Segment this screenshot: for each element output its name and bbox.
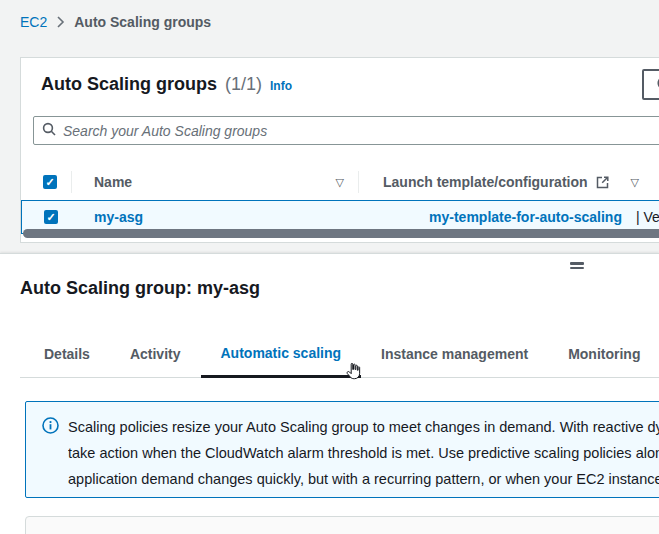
- select-all-checkbox[interactable]: ✓: [43, 175, 57, 189]
- column-header-name: Name: [94, 174, 132, 190]
- tab-bar: Details Activity Automatic scaling Insta…: [20, 330, 659, 378]
- asg-name-link[interactable]: my-asg: [94, 209, 143, 225]
- list-card-header: Auto Scaling groups (1/1) Info: [21, 58, 659, 106]
- tab-monitoring[interactable]: Monitoring: [548, 330, 659, 377]
- info-link[interactable]: Info: [270, 79, 292, 93]
- sort-icon[interactable]: ▽: [336, 176, 344, 189]
- search-box: [33, 116, 659, 145]
- info-icon: [42, 417, 59, 438]
- breadcrumb: EC2 Auto Scaling groups: [20, 14, 211, 30]
- breadcrumb-chevron-icon: [56, 16, 65, 28]
- banner-text-line: Scaling policies resize your Auto Scalin…: [68, 414, 659, 440]
- tab-instance-management[interactable]: Instance management: [361, 330, 548, 377]
- launch-template-link[interactable]: my-template-for-auto-scaling: [429, 209, 622, 225]
- result-count: (1/1): [225, 74, 262, 95]
- tab-activity[interactable]: Activity: [110, 330, 201, 377]
- search-input[interactable]: [63, 123, 659, 139]
- page-title: Auto Scaling groups: [41, 74, 217, 95]
- search-icon: [42, 122, 56, 140]
- refresh-button[interactable]: [642, 69, 659, 100]
- column-header-launch-template: Launch template/configuration: [383, 174, 588, 190]
- tab-automatic-scaling[interactable]: Automatic scaling: [201, 330, 362, 378]
- asg-list-card: Auto Scaling groups (1/1) Info ✓: [20, 57, 659, 243]
- detail-panel-title: Auto Scaling group: my-asg: [20, 278, 260, 299]
- tab-details[interactable]: Details: [20, 330, 110, 377]
- detail-panel: Auto Scaling group: my-asg Details Activ…: [0, 253, 659, 534]
- row-checkbox[interactable]: ✓: [44, 210, 58, 224]
- banner-text-line: take action when the CloudWatch alarm th…: [68, 440, 659, 466]
- external-link-icon[interactable]: [596, 176, 609, 189]
- horizontal-scrollbar[interactable]: [23, 229, 659, 238]
- breadcrumb-ec2-link[interactable]: EC2: [20, 14, 47, 30]
- aws-console-viewport: EC2 Auto Scaling groups Auto Scaling gro…: [0, 0, 659, 534]
- banner-text-line: application demand changes quickly, but …: [68, 466, 659, 492]
- scaling-policies-info-banner: Scaling policies resize your Auto Scalin…: [25, 401, 659, 498]
- table-header-row: ✓ Name ▽ Launch template/configuration ▽: [21, 164, 659, 200]
- scaling-policies-card: [25, 516, 659, 534]
- split-panel-resize-handle[interactable]: [570, 262, 584, 270]
- sort-icon[interactable]: ▽: [631, 176, 639, 189]
- launch-template-version: | Version I: [636, 209, 659, 225]
- breadcrumb-current: Auto Scaling groups: [74, 14, 211, 30]
